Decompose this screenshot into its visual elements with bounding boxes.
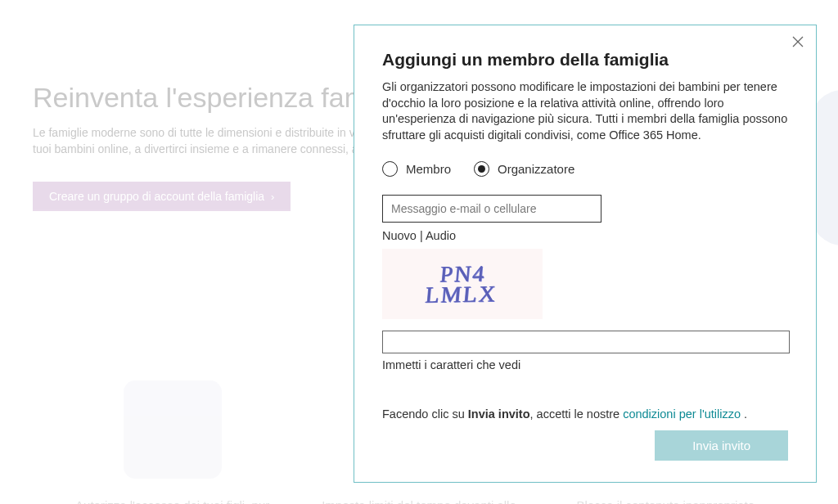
captcha-new-link[interactable]: Nuovo bbox=[382, 229, 417, 242]
role-organizer-label: Organizzatore bbox=[498, 162, 574, 176]
close-button[interactable] bbox=[791, 35, 804, 48]
radio-icon bbox=[474, 161, 489, 177]
close-icon bbox=[791, 35, 804, 48]
dialog-description: Gli organizzatori possono modificare le … bbox=[382, 79, 788, 143]
dialog-title: Aggiungi un membro della famiglia bbox=[382, 50, 788, 70]
captcha-text: PN4 LMLX bbox=[425, 263, 500, 305]
role-radio-group: Membro Organizzatore bbox=[382, 161, 788, 177]
role-member-radio[interactable]: Membro bbox=[382, 161, 451, 177]
send-invite-button[interactable]: Invia invito bbox=[655, 430, 788, 461]
captcha-sep: | bbox=[417, 229, 426, 242]
consent-text: Facendo clic su Invia invito, accetti le… bbox=[382, 407, 788, 421]
create-family-group-label: Creare un gruppo di account della famigl… bbox=[49, 190, 264, 203]
consent-prefix: Facendo clic su bbox=[382, 407, 468, 421]
radio-icon bbox=[382, 161, 398, 177]
tile-caption: Autorizza l'accesso dei tuoi figli, pur bbox=[66, 498, 279, 504]
add-family-member-dialog: Aggiungi un membro della famiglia Gli or… bbox=[354, 25, 817, 483]
consent-middle: , accetti le nostre bbox=[530, 407, 624, 421]
terms-link[interactable]: condizioni per l'utilizzo bbox=[623, 407, 741, 421]
consent-bold: Invia invito bbox=[468, 407, 530, 421]
tile-caption: Blocca il contenuto inappropriato bbox=[559, 498, 772, 504]
consent-suffix: . bbox=[741, 407, 747, 421]
email-or-phone-input[interactable] bbox=[382, 195, 601, 223]
captcha-image: PN4 LMLX bbox=[382, 249, 543, 319]
tile-illustration bbox=[124, 380, 222, 479]
captcha-controls: Nuovo | Audio bbox=[382, 229, 788, 242]
role-organizer-radio[interactable]: Organizzatore bbox=[474, 161, 574, 177]
bg-subtitle-line1: Le famiglie moderne sono di tutte le dim… bbox=[33, 126, 355, 139]
role-member-label: Membro bbox=[406, 162, 451, 176]
bg-subtitle-line2: tuoi bambini online, a divertirci insiem… bbox=[33, 142, 358, 155]
tile-caption: Imposta limiti del tempo davanti allo bbox=[313, 498, 525, 504]
bg-tile: Autorizza l'accesso dei tuoi figli, pur bbox=[66, 380, 279, 504]
captcha-audio-link[interactable]: Audio bbox=[426, 229, 456, 242]
captcha-hint: Immetti i caratteri che vedi bbox=[382, 358, 788, 371]
captcha-input[interactable] bbox=[382, 331, 790, 353]
chevron-right-icon: › bbox=[271, 191, 274, 203]
create-family-group-button[interactable]: Creare un gruppo di account della famigl… bbox=[33, 182, 291, 211]
